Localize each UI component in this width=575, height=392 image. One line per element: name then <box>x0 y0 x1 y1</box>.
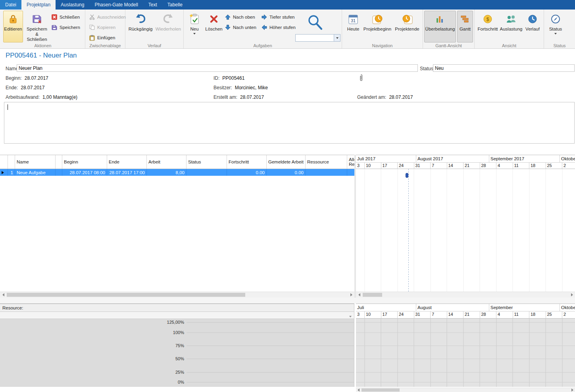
ribbon-group-verlauf: Rückgängig Wiederholen Verlauf <box>125 10 184 48</box>
gantt-scroll-right-button[interactable] <box>569 292 575 298</box>
status-input[interactable] <box>433 64 575 72</box>
heute-label: Heute <box>347 27 360 32</box>
heute-button[interactable]: 31 Heute <box>344 11 362 42</box>
horizontal-splitter[interactable] <box>0 298 575 304</box>
wiederholen-button[interactable]: Wiederholen <box>155 11 182 42</box>
cell-name[interactable]: Neue Aufgabe <box>15 169 56 176</box>
rueckgaengig-button[interactable]: Rückgängig <box>127 11 154 42</box>
ende-value: 28.07.2017 <box>21 85 44 90</box>
tab-auslastung[interactable]: Auslastung <box>56 0 89 10</box>
arbeitsaufwand-label: Arbeitsaufwand: <box>6 94 40 100</box>
task-row[interactable]: 1 Neue Aufgabe 28.07.2017 08:00 28.07.20… <box>0 169 354 176</box>
cell-ende[interactable]: 28.07.2017 17:00 <box>107 169 147 176</box>
geaendert-am-field: Geändert am: 28.07.2017 <box>357 94 413 100</box>
speichern-schliessen-button[interactable]: Speichern & Schließen <box>25 11 49 42</box>
resource-selector[interactable] <box>0 312 354 319</box>
cell-arbeit[interactable]: 8,00 <box>147 169 187 176</box>
task-grid-header: Name Beginn Ende Arbeit Status Fortschri… <box>0 155 354 169</box>
status-button[interactable]: Status <box>546 11 565 44</box>
resource-panel-right: Juli August September Oktober 3 10 17 24… <box>356 304 575 387</box>
col-header-ressource[interactable]: Ressource <box>306 155 347 169</box>
y-axis-tick: 25% <box>148 370 184 375</box>
tiefer-stufen-button[interactable]: Tiefer stufen <box>261 13 295 21</box>
task-filter-combo[interactable] <box>295 34 340 42</box>
ausschneiden-button[interactable]: Ausschneiden <box>88 13 126 21</box>
tab-phasen-gate-modell[interactable]: Phasen-Gate Modell <box>89 0 143 10</box>
gantt-chart-body[interactable] <box>356 169 575 292</box>
projektbeginn-button[interactable]: Projektbeginn <box>363 11 392 42</box>
projektende-button[interactable]: Projektende <box>393 11 421 42</box>
grid-scroll-left-button[interactable] <box>0 292 6 298</box>
ende-field: Ende: 28.07.2017 <box>6 85 44 90</box>
grid-scroll-thumb[interactable] <box>7 293 245 297</box>
ausschneiden-label: Ausschneiden <box>97 15 126 19</box>
hoeher-stufen-label: Höher stufen <box>269 25 296 30</box>
editieren-button[interactable]: Editieren <box>3 11 23 42</box>
cell-gemeldete-arbeit[interactable]: 0.00 <box>267 169 306 176</box>
col-header-fortschritt[interactable]: Fortschritt <box>227 155 267 169</box>
task-filter-dropdown-button[interactable] <box>334 35 340 41</box>
geaendert-am-label: Geändert am: <box>357 94 386 100</box>
resource-scroll-right-button[interactable] <box>570 388 575 392</box>
scroll-left-arrow-icon <box>2 293 4 296</box>
einfuegen-button[interactable]: Einfügen <box>88 34 115 42</box>
col-header-name[interactable]: Name <box>15 155 56 169</box>
nach-oben-button[interactable]: Nach oben <box>224 13 255 21</box>
description-textarea[interactable] <box>4 102 575 144</box>
resource-scroll-thumb[interactable] <box>362 388 400 392</box>
tab-tabelle[interactable]: Tabelle <box>162 0 188 10</box>
day-cell: 21 <box>463 311 480 319</box>
task-milestone-marker[interactable] <box>406 173 408 178</box>
day-cell: 18 <box>529 311 546 319</box>
gantt-scroll-thumb[interactable] <box>363 293 382 297</box>
cell-status[interactable] <box>187 169 227 176</box>
fortschritt-button[interactable]: $ Fortschritt <box>476 11 499 42</box>
col-header-beginn[interactable]: Beginn <box>62 155 107 169</box>
resource-scroll-left-button[interactable] <box>356 388 361 392</box>
tab-projektplan[interactable]: Projektplan <box>21 0 56 10</box>
name-input[interactable] <box>17 64 418 72</box>
day-cell: 17 <box>381 163 398 169</box>
gantt-hscrollbar[interactable] <box>356 292 575 298</box>
hoeher-stufen-button[interactable]: Höher stufen <box>261 23 296 31</box>
day-cell: 31 <box>414 311 431 319</box>
tab-text[interactable]: Text <box>143 0 162 10</box>
scroll-right-arrow-icon <box>350 293 352 296</box>
kopieren-button[interactable]: Kopieren <box>88 23 115 31</box>
verlauf-button[interactable]: Verlauf <box>523 11 542 42</box>
col-header-alle-ressourcen[interactable]: Alle Re <box>347 155 354 169</box>
speichern-button[interactable]: Speichern <box>51 23 80 31</box>
tab-datei[interactable]: Datei <box>0 0 21 10</box>
cell-fortschritt[interactable]: 0.00 <box>227 169 267 176</box>
nach-unten-label: Nach unten <box>233 25 256 30</box>
ueberbelastung-button[interactable]: Überbelastung <box>424 11 456 42</box>
resource-hscrollbar[interactable] <box>356 388 575 392</box>
besitzer-value: Morciniec, Mike <box>235 85 268 90</box>
grid-hscrollbar[interactable] <box>0 292 354 298</box>
loeschen-label: Löschen <box>205 27 222 32</box>
gantt-button[interactable]: Gantt <box>457 11 473 42</box>
auslastung-button[interactable]: Auslastung <box>500 11 522 42</box>
col-header-arbeit[interactable]: Arbeit <box>147 155 187 169</box>
rueckgaengig-label: Rückgängig <box>129 27 153 32</box>
schliessen-button[interactable]: Schließen <box>51 13 80 21</box>
day-cell: 11 <box>513 163 530 169</box>
id-field: ID: PP005461 <box>213 75 244 81</box>
cell-ressource[interactable] <box>306 169 347 176</box>
neu-button[interactable]: Neu <box>186 11 203 44</box>
col-header-ende[interactable]: Ende <box>107 155 147 169</box>
scroll-left-arrow-icon <box>358 293 360 296</box>
search-button[interactable] <box>304 11 326 33</box>
cell-beginn[interactable]: 28.07.2017 08:00 <box>62 169 107 176</box>
paperclip-icon[interactable] <box>358 74 363 83</box>
row-indicator-cell <box>0 169 8 176</box>
grid-scroll-right-button[interactable] <box>348 292 354 298</box>
day-cell: 14 <box>447 311 464 319</box>
arrow-up-icon <box>224 14 231 20</box>
loeschen-button[interactable]: Löschen <box>204 11 223 42</box>
col-header-gemeldete-arbeit[interactable]: Gemeldete Arbeit <box>267 155 306 169</box>
gantt-scroll-left-button[interactable] <box>356 292 362 298</box>
col-header-status[interactable]: Status <box>187 155 227 169</box>
task-filter-input[interactable] <box>296 35 334 41</box>
nach-unten-button[interactable]: Nach unten <box>224 23 256 31</box>
